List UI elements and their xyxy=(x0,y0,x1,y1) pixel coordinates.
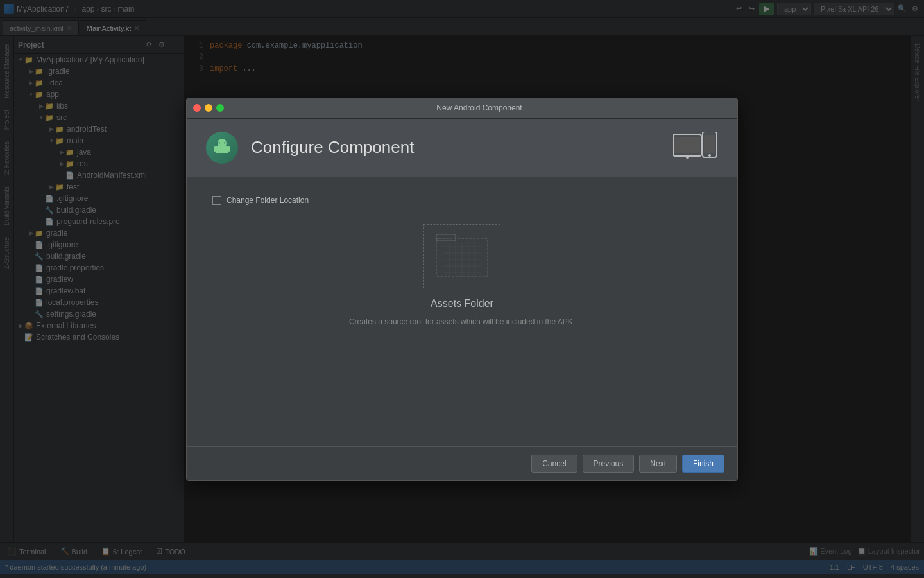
dialog-title: New Android Component xyxy=(228,103,731,112)
android-icon xyxy=(212,138,232,157)
dialog-overlay: New Android Component Configure Componen… xyxy=(0,0,924,578)
assets-preview-container: Assets Folder Creates a source root for … xyxy=(212,224,712,326)
finish-button[interactable]: Finish xyxy=(682,455,724,473)
svg-rect-9 xyxy=(674,137,700,153)
svg-point-10 xyxy=(686,156,689,159)
checkbox-row: Change Folder Location xyxy=(212,196,712,205)
change-folder-checkbox[interactable] xyxy=(212,196,221,205)
device-icons xyxy=(673,132,718,164)
dialog-footer: Cancel Previous Next Finish xyxy=(187,446,737,480)
previous-button[interactable]: Previous xyxy=(583,455,635,473)
assets-folder-preview xyxy=(424,224,501,288)
svg-rect-3 xyxy=(228,146,230,152)
cancel-button[interactable]: Cancel xyxy=(531,455,577,473)
dialog-header-title: Configure Component xyxy=(251,137,414,157)
new-android-component-dialog: New Android Component Configure Componen… xyxy=(186,98,738,481)
assets-folder-name: Assets Folder xyxy=(212,298,712,310)
dialog-titlebar: New Android Component xyxy=(187,98,737,119)
dialog-header: Configure Component xyxy=(187,119,737,177)
dialog-close-button[interactable] xyxy=(193,104,201,112)
dialog-minimize-button[interactable] xyxy=(205,104,212,112)
svg-rect-2 xyxy=(214,146,216,152)
dialog-header-icons xyxy=(673,132,718,164)
assets-folder-desc: Creates a source root for assets which w… xyxy=(212,317,712,326)
svg-rect-1 xyxy=(216,146,228,153)
android-logo xyxy=(206,132,238,164)
svg-rect-15 xyxy=(436,234,456,241)
svg-rect-12 xyxy=(704,135,715,153)
folder-preview-svg xyxy=(433,231,491,282)
dialog-maximize-button[interactable] xyxy=(216,104,224,112)
change-folder-label: Change Folder Location xyxy=(227,196,309,205)
dialog-body: Change Folder Location xyxy=(187,177,737,446)
svg-point-13 xyxy=(708,154,711,157)
next-button[interactable]: Next xyxy=(639,455,677,473)
